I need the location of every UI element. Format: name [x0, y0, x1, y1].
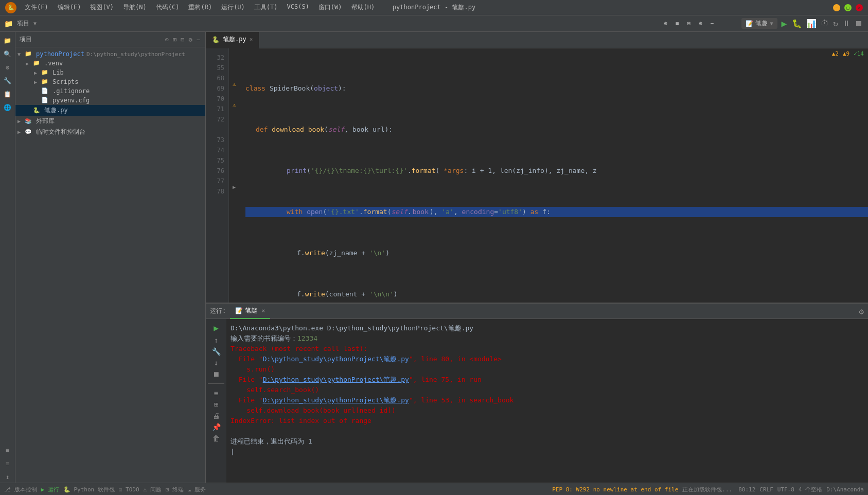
run-tab-close[interactable]: ×	[261, 307, 265, 314]
tab-close-button[interactable]: ×	[250, 36, 253, 43]
indent-indicator[interactable]: 4 个空格	[799, 486, 822, 493]
interpreter-indicator[interactable]: D:\Anaconda	[826, 486, 864, 493]
toolbar-gear-icon[interactable]: ⚙	[696, 19, 705, 28]
maximize-button[interactable]: □	[844, 4, 852, 11]
tree-settings-icon[interactable]: ⚙	[188, 35, 193, 44]
menu-code[interactable]: 代码(C)	[152, 2, 184, 13]
minimize-button[interactable]: −	[833, 4, 840, 11]
close-button[interactable]: ×	[856, 4, 863, 11]
run-trash-icon[interactable]: 🗑	[212, 434, 220, 443]
position-indicator[interactable]: 80:12	[738, 486, 755, 493]
line-num-72: 72	[206, 114, 228, 125]
tree-item-gitignore[interactable]: ▶ 📄 .gitignore	[15, 86, 205, 96]
tree-root-item[interactable]: ▼ 📁 pythonProject D:\python_study\python…	[15, 49, 205, 59]
version-control-tab[interactable]: ⎇ 版本控制	[4, 486, 37, 493]
warning-indicator-2: ▲9	[843, 50, 849, 57]
run-wrench-icon[interactable]: 🔧	[212, 347, 221, 356]
gitignore-file-icon: 📄	[41, 87, 50, 95]
todo-tab[interactable]: ☑ TODO	[119, 486, 139, 493]
tab-icon-py: 🐍	[212, 36, 220, 43]
tree-item-temp[interactable]: ▶ 💬 临时文件和控制台	[15, 127, 205, 137]
encoding-indicator[interactable]: UTF-8	[777, 486, 794, 493]
run-config-display[interactable]: 📝 笔趣 ▼	[741, 18, 777, 29]
profile-button[interactable]: ⏱	[821, 19, 829, 28]
bottom-tab-strip: ⎇ 版本控制 ▶ 运行 🐍 Python 软件包 ☑ TODO ⚠ 问题 ⊡ 终…	[0, 483, 868, 495]
out-line-6: File "D:\python_study\pythonProject\笔趣.p…	[231, 375, 864, 385]
run-filter-icon[interactable]: ≡	[214, 389, 218, 397]
stop-button[interactable]: ⏹	[855, 19, 863, 28]
menu-file[interactable]: 文件(F)	[21, 2, 52, 13]
sidebar-icon-3[interactable]: ⚙	[2, 62, 13, 73]
gutter-usage	[229, 120, 239, 131]
tree-item-external-libs[interactable]: ▶ 📚 外部库	[15, 116, 205, 127]
problems-tab[interactable]: ⚠ 问题	[144, 486, 162, 493]
lib-arrow-icon: ▶	[34, 70, 41, 76]
sidebar-icon-bottom2[interactable]: ≡	[2, 458, 13, 469]
code-editor[interactable]: ▲2 ▲9 ✓14 32 55 68 69 70 71 72 . 73 74 7…	[206, 48, 868, 303]
bottom-tab-run[interactable]: 📝 笔趣 ×	[230, 304, 270, 319]
menu-tools[interactable]: 工具(T)	[250, 2, 282, 13]
run-play-icon[interactable]: ▶	[214, 323, 219, 333]
tree-scope-icon[interactable]: ⊙	[164, 35, 170, 44]
run-up-icon[interactable]: ↑	[214, 336, 218, 344]
sidebar-icon-5[interactable]: 📋	[2, 89, 13, 100]
gutter-72	[229, 110, 239, 120]
run-expand-icon[interactable]: ⊞	[214, 400, 218, 409]
coverage-button[interactable]: 📊	[806, 19, 817, 28]
tree-item-scripts[interactable]: ▶ 📁 Scripts	[15, 77, 205, 86]
menu-run[interactable]: 运行(U)	[217, 2, 249, 13]
python-packages-tab[interactable]: 🐍 Python 软件包	[63, 486, 115, 493]
menu-edit[interactable]: 编辑(E)	[54, 2, 85, 13]
line-sep-indicator[interactable]: CRLF	[759, 486, 773, 493]
tab-main-py[interactable]: 🐍 笔趣.py ×	[206, 32, 259, 48]
sidebar-icon-project[interactable]: 📁	[2, 35, 13, 46]
bottom-panel-settings[interactable]: ⚙	[859, 306, 864, 316]
debug-button[interactable]: 🐛	[792, 19, 802, 28]
toolbar-minus-icon[interactable]: −	[707, 19, 717, 28]
run-stop-icon[interactable]: ⏹	[212, 370, 220, 378]
menu-help[interactable]: 帮助(H)	[347, 2, 379, 13]
sidebar-icon-4[interactable]: 🔧	[2, 75, 13, 86]
tree-hide-icon[interactable]: −	[196, 35, 201, 44]
tree-item-main-py[interactable]: ▶ 🐍 笔趣.py	[15, 105, 205, 116]
menu-window[interactable]: 窗口(W)	[314, 2, 346, 13]
toolbar-settings-icon[interactable]: ⚙	[661, 19, 670, 28]
toolbar-align-icon[interactable]: ≡	[672, 19, 682, 28]
tree-item-lib[interactable]: ▶ 📁 Lib	[15, 68, 205, 77]
window-title: pythonProject - 笔趣.py	[393, 3, 475, 12]
sidebar-icon-bottom3[interactable]: ↕	[2, 471, 13, 483]
sidebar-icon-2[interactable]: 🔍	[2, 48, 13, 60]
services-tab[interactable]: ☁ 服务	[188, 486, 206, 493]
run-tab-icon: 📝	[235, 307, 243, 314]
tree-collapse-icon[interactable]: ⊟	[180, 35, 185, 44]
sidebar-icon-6[interactable]: 🌐	[2, 102, 13, 113]
project-dropdown-label[interactable]: 项目	[17, 19, 29, 28]
menu-refactor[interactable]: 重构(R)	[184, 2, 216, 13]
pyvenv-label: pyvenv.cfg	[52, 97, 90, 104]
project-dropdown-arrow[interactable]: ▼	[33, 21, 37, 26]
run-button[interactable]: ▶	[782, 18, 787, 29]
terminal-tab[interactable]: ⊡ 终端	[166, 486, 184, 493]
refresh-button[interactable]: ↻	[833, 19, 838, 28]
menu-navigate[interactable]: 导航(N)	[119, 2, 151, 13]
run-print-icon[interactable]: 🖨	[212, 412, 220, 420]
sidebar-icon-bottom1[interactable]: ≡	[2, 445, 13, 456]
venv-arrow-icon: ▶	[26, 61, 33, 66]
gutter-76	[229, 162, 239, 172]
run-tab-bottom[interactable]: ▶ 运行	[41, 486, 59, 493]
gutter-69: ⚠	[229, 79, 239, 90]
toolbar-split-icon[interactable]: ⊟	[684, 19, 694, 28]
menu-view[interactable]: 视图(V)	[86, 2, 118, 13]
tree-item-venv[interactable]: ▶ 📁 .venv	[15, 59, 205, 68]
run-pin-icon[interactable]: 📌	[212, 423, 221, 431]
external-libs-arrow-icon: ▶	[17, 118, 25, 124]
menu-vcs[interactable]: VCS(S)	[283, 2, 313, 13]
pause-button[interactable]: ⏸	[842, 19, 851, 28]
run-down-icon[interactable]: ↓	[214, 359, 218, 367]
code-content[interactable]: class SpiderBook(object): def download_b…	[239, 48, 868, 303]
file-tree-panel: 项目 ⊙ ⊞ ⊟ ⚙ − ▼ 📁 pythonProject D:\python…	[15, 32, 206, 483]
tab-label-main-py: 笔趣.py	[223, 35, 246, 44]
tree-item-pyvenv[interactable]: ▶ 📄 pyvenv.cfg	[15, 96, 205, 105]
editor-indicators: ▲2 ▲9 ✓14	[832, 50, 864, 57]
tree-expand-icon[interactable]: ⊞	[172, 35, 178, 44]
